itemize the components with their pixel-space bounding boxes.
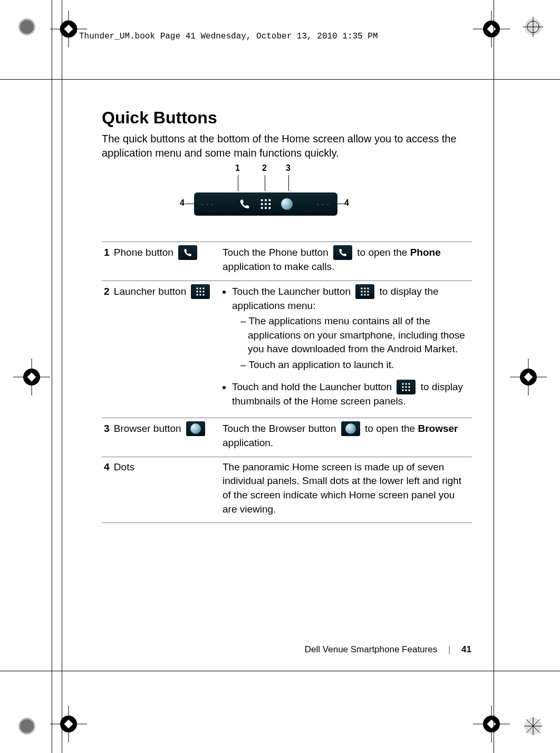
launcher-icon xyxy=(397,380,416,394)
svg-rect-42 xyxy=(265,203,267,205)
row2-name: Launcher button xyxy=(114,286,186,297)
browser-icon xyxy=(186,421,205,436)
svg-rect-46 xyxy=(269,207,271,209)
row2-dash2: – Touch an application to launch it. xyxy=(240,358,470,372)
row4-name: Dots xyxy=(114,461,134,472)
browser-icon xyxy=(341,421,360,436)
page-footer: Dell Venue Smartphone Features | 41 xyxy=(305,644,471,655)
row3-desc-post: to open the xyxy=(365,423,418,434)
svg-rect-51 xyxy=(200,291,201,292)
svg-rect-64 xyxy=(368,294,369,295)
launcher-icon xyxy=(260,198,272,210)
svg-point-1 xyxy=(20,20,34,34)
crosshair-icon xyxy=(50,11,87,47)
registration-corner-icon xyxy=(523,716,543,736)
row4-desc: The panoramic Home screen is made up of … xyxy=(220,457,472,523)
trim-line xyxy=(52,0,52,753)
registration-corner-icon xyxy=(523,17,543,37)
row1-name: Phone button xyxy=(114,247,173,258)
registration-corner-icon xyxy=(17,716,37,736)
phone-icon xyxy=(333,245,352,260)
svg-rect-59 xyxy=(361,291,363,292)
registration-corner-icon xyxy=(17,17,37,37)
trim-line xyxy=(0,79,560,80)
quick-buttons-diagram: 1 2 3 4 4 ● ● ● ● ● ● xyxy=(102,163,472,226)
svg-rect-56 xyxy=(361,287,363,289)
callout-2: 2 xyxy=(262,163,267,173)
trim-line xyxy=(0,671,560,671)
callout-3: 3 xyxy=(286,163,291,173)
svg-rect-57 xyxy=(364,287,366,289)
row1-bold: Phone xyxy=(410,247,441,258)
row1-tail: application to make calls. xyxy=(223,261,334,272)
launcher-icon xyxy=(355,284,374,299)
footer-label: Dell Venue Smartphone Features xyxy=(305,644,437,654)
dots-left-icon: ● ● ● xyxy=(201,203,214,206)
svg-rect-43 xyxy=(269,203,271,205)
browser-icon xyxy=(281,198,293,210)
launcher-icon xyxy=(191,284,210,299)
trim-line xyxy=(494,0,494,753)
crosshair-icon xyxy=(473,11,510,47)
svg-rect-45 xyxy=(265,207,267,209)
svg-point-7 xyxy=(20,719,34,733)
row2-b2-pre: Touch and hold the Launcher button xyxy=(232,381,394,392)
svg-rect-68 xyxy=(402,386,404,388)
svg-rect-50 xyxy=(197,291,198,292)
row3-num: 3 xyxy=(104,423,110,434)
phone-icon xyxy=(239,198,250,210)
table-row: 2 Launcher button Touch the Launcher but… xyxy=(102,281,472,418)
trim-line xyxy=(62,0,62,753)
svg-rect-66 xyxy=(405,383,407,384)
row2-num: 2 xyxy=(104,286,110,297)
definitions-table: 1 Phone button Touch the Phone button to… xyxy=(102,242,472,523)
table-row: 1 Phone button Touch the Phone button to… xyxy=(102,242,472,281)
row3-name: Browser button xyxy=(114,423,181,434)
crosshair-icon xyxy=(50,706,87,742)
svg-rect-47 xyxy=(197,287,198,289)
svg-rect-38 xyxy=(261,199,263,201)
svg-rect-73 xyxy=(409,389,410,391)
page-number: 41 xyxy=(461,644,471,654)
dots-right-icon: ● ● ● xyxy=(317,203,330,206)
row3-desc-pre: Touch the Browser button xyxy=(223,423,339,434)
crosshair-icon xyxy=(510,359,547,395)
svg-rect-60 xyxy=(364,291,366,292)
table-row: 3 Browser button Touch the Browser butto… xyxy=(102,418,472,457)
row3-bold: Browser xyxy=(418,423,458,434)
svg-rect-44 xyxy=(261,207,263,209)
svg-rect-70 xyxy=(409,386,410,388)
crosshair-icon xyxy=(13,359,50,395)
svg-rect-49 xyxy=(203,287,205,289)
svg-rect-55 xyxy=(203,294,205,295)
svg-rect-54 xyxy=(200,294,201,295)
row1-desc-pre: Touch the Phone button xyxy=(223,247,331,258)
svg-rect-72 xyxy=(405,389,407,391)
row3-tail: application. xyxy=(223,437,273,448)
row2-b1-pre: Touch the Launcher button xyxy=(232,286,353,297)
svg-rect-53 xyxy=(197,294,198,295)
svg-rect-58 xyxy=(368,287,369,289)
row1-num: 1 xyxy=(104,247,110,258)
crosshair-icon xyxy=(473,706,510,742)
callout-4-left: 4 xyxy=(180,198,185,208)
callout-4-right: 4 xyxy=(344,198,349,208)
svg-rect-39 xyxy=(265,199,267,201)
svg-rect-40 xyxy=(269,199,271,201)
row1-desc-post: to open the xyxy=(357,247,410,258)
home-screen-bar: ● ● ● ● ● ● xyxy=(194,192,337,216)
svg-rect-71 xyxy=(402,389,404,391)
svg-rect-63 xyxy=(364,294,366,295)
phone-icon xyxy=(178,245,197,260)
intro-text: The quick buttons at the bottom of the H… xyxy=(102,132,472,160)
svg-rect-52 xyxy=(203,291,205,292)
table-row: 4 Dots The panoramic Home screen is made… xyxy=(102,457,472,523)
row2-dash1: – The applications menu contains all of … xyxy=(240,314,470,356)
svg-rect-41 xyxy=(261,203,263,205)
svg-rect-62 xyxy=(361,294,363,295)
svg-rect-65 xyxy=(402,383,404,384)
row4-num: 4 xyxy=(104,461,110,472)
svg-rect-48 xyxy=(200,287,201,289)
callout-1: 1 xyxy=(235,163,240,173)
section-title: Quick Buttons xyxy=(102,108,472,128)
